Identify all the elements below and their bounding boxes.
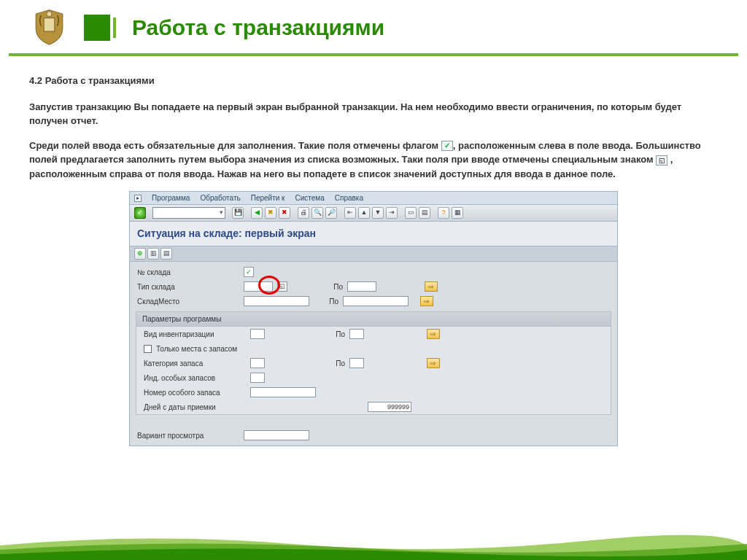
label-warehouse-type: Тип склада [137,281,239,292]
sap-screenshot: ▸ Программа Обработать Перейти к Система… [129,191,618,446]
label-warehouse-no: № склада [137,267,239,278]
value-help-icon [656,155,667,166]
para2-text-a: Среди полей ввода есть обязательные для … [29,140,441,151]
menu-edit[interactable]: Обработать [200,192,240,203]
row-stock-category: Категория запаса По ⇨ [136,356,611,370]
row-warehouse-no: № склада [130,265,617,279]
required-flag-warehouse [244,267,254,277]
paragraph-2: Среди полей ввода есть обязательные для … [29,139,718,182]
label-to-3: По [323,329,345,340]
cancel-icon[interactable]: ✖ [279,207,290,219]
input-warehouse-type-to[interactable] [347,281,376,292]
input-warehouse-type[interactable] [244,281,273,292]
input-inv-type[interactable] [250,329,265,339]
f4-help-warehouse-type[interactable]: ◱ [277,281,287,292]
label-to-1: По [321,281,343,292]
row-only-stock: Только места с запасом [136,341,611,356]
row-special-no: Номер особого запаса [136,385,611,400]
row-display-variant: Вариант просмотра [130,428,617,443]
menu-system[interactable]: Система [295,192,325,203]
input-stock-category[interactable] [250,358,265,368]
input-special-ind[interactable] [250,373,265,383]
find-icon[interactable]: 🔍 [311,207,323,219]
multi-select-3[interactable]: ⇨ [427,329,440,339]
sap-toolbar: ✓ 💾 ◀ ✖ ✖ 🖨 🔍 🔎 ⇤ ▲ ▼ ⇥ ▭ ▤ ? ▦ [130,205,617,222]
page-number: 10 [22,524,34,535]
checkbox-only-stock[interactable] [144,345,152,353]
row-storage-bin: СкладМесто По ⇨ [130,294,617,308]
help-icon[interactable]: ? [438,207,449,219]
execute-icon[interactable]: ⊕ [134,248,146,260]
sap-selection-body: № склада Тип склада ◱ По ⇨ СкладМесто По… [130,262,617,446]
variant-save-icon[interactable]: ▤ [160,248,172,260]
label-special-no: Номер особого запаса [144,387,246,398]
row-warehouse-type: Тип склада ◱ По ⇨ [130,279,617,294]
exit-icon[interactable]: ✖ [265,207,276,219]
sap-menubar: ▸ Программа Обработать Перейти к Система… [130,192,617,205]
prev-page-icon[interactable]: ▲ [358,207,370,219]
svg-rect-0 [44,18,55,31]
label-stock-category: Категория запаса [144,358,246,369]
required-flag-icon [441,141,453,151]
input-storage-bin-to[interactable] [343,296,409,306]
row-days: Дней с даты приемки 999999 [136,400,611,414]
group-program-params: Параметры программы Вид инвентаризации П… [136,311,611,415]
green-square-icon [84,15,110,41]
multi-select-2[interactable]: ⇨ [420,296,433,306]
input-special-no[interactable] [250,387,316,397]
last-page-icon[interactable]: ⇥ [386,207,398,219]
layout-icon[interactable]: ▦ [452,207,463,219]
sap-app-toolbar: ⊕ ▥ ▤ [130,246,617,262]
find-next-icon[interactable]: 🔎 [325,207,337,219]
footer-decoration [0,525,747,560]
multi-select-4[interactable]: ⇨ [427,358,440,368]
menu-help[interactable]: Справка [335,192,363,203]
sap-screen-title: Ситуация на складе: первый экран [130,222,617,246]
crest-logo [29,7,69,47]
label-to-4: По [323,358,345,369]
label-only-stock: Только места с запасом [156,343,237,354]
section-subtitle: 4.2 Работа с транзакциями [29,74,718,88]
input-stock-category-to[interactable] [349,358,364,368]
window-menu-icon[interactable]: ▸ [134,195,142,202]
first-page-icon[interactable]: ⇤ [344,207,356,219]
input-days[interactable]: 999999 [368,402,411,412]
menu-program[interactable]: Программа [152,192,190,203]
svg-point-1 [47,12,52,17]
enter-button[interactable]: ✓ [134,207,146,219]
back-icon[interactable]: ◀ [251,207,263,219]
shortcut-icon[interactable]: ▤ [419,207,430,219]
label-to-2: По [317,296,338,307]
save-icon[interactable]: 💾 [232,207,244,219]
label-display-variant: Вариант просмотра [137,430,239,441]
next-page-icon[interactable]: ▼ [372,207,384,219]
new-session-icon[interactable]: ▭ [405,207,417,219]
slide-title: Работа с транзакциями [132,15,384,40]
menu-goto[interactable]: Перейти к [251,192,285,203]
input-inv-type-to[interactable] [349,329,364,339]
label-special-ind: Инд. особых запасов [144,373,246,384]
row-special-ind: Инд. особых запасов [136,370,611,385]
group-header: Параметры программы [136,312,611,327]
input-storage-bin[interactable] [244,296,309,306]
label-storage-bin: СкладМесто [137,296,239,307]
input-display-variant[interactable] [244,430,309,440]
multi-select-1[interactable]: ⇨ [425,281,438,292]
print-icon[interactable]: 🖨 [298,207,309,219]
paragraph-1: Запустив транзакцию Вы попадаете на перв… [29,100,718,128]
slide-content: 4.2 Работа с транзакциями Запустив транз… [0,56,747,446]
row-inv-type: Вид инвентаризации По ⇨ [136,327,611,341]
command-field[interactable] [152,207,225,219]
label-inv-type: Вид инвентаризации [144,329,246,340]
slide-header: Работа с транзакциями [0,0,747,47]
label-days: Дней с даты приемки [144,402,246,413]
variant-get-icon[interactable]: ▥ [147,248,159,260]
